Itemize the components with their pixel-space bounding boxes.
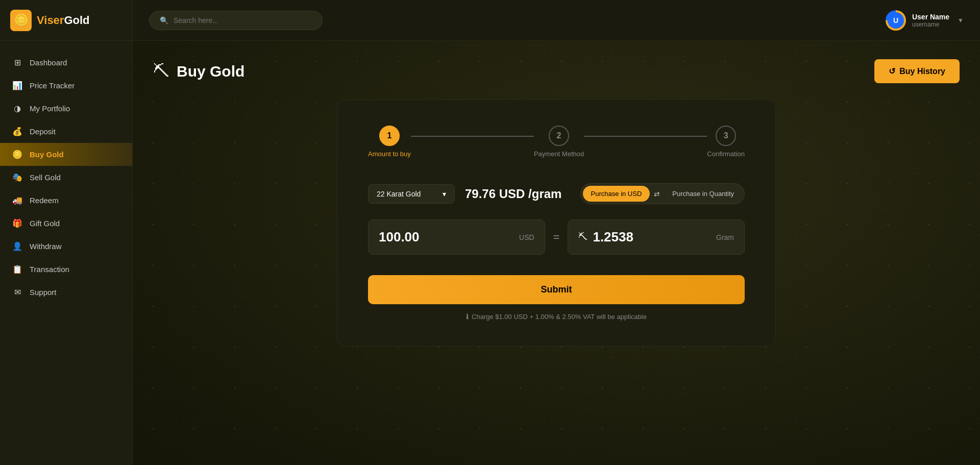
logo-icon: 🪙 bbox=[10, 10, 32, 31]
logo-text: ViserGold bbox=[37, 14, 90, 27]
gold-type-row: 22 Karat Gold 24 Karat Gold 18 Karat Gol… bbox=[368, 183, 745, 204]
sidebar-item-sell-gold[interactable]: 🎭 Sell Gold bbox=[0, 166, 132, 189]
chevron-down-icon: ▾ bbox=[443, 190, 446, 198]
page-header: ⛏ Buy Gold ↺ Buy History bbox=[153, 59, 960, 83]
usd-amount-box[interactable]: USD bbox=[368, 219, 545, 255]
redeem-icon: 🚚 bbox=[12, 195, 22, 205]
sidebar-item-label: Deposit bbox=[30, 127, 56, 136]
deposit-icon: 💰 bbox=[12, 127, 22, 136]
sidebar-item-label: Gift Gold bbox=[30, 219, 60, 228]
step-circle-2: 2 bbox=[549, 126, 569, 146]
step-line-2-3 bbox=[584, 136, 707, 137]
sidebar-item-label: Redeem bbox=[30, 196, 59, 205]
usd-amount-input[interactable] bbox=[379, 229, 514, 245]
sidebar-item-label: Withdraw bbox=[30, 242, 62, 251]
usd-unit-label: USD bbox=[519, 233, 534, 241]
buy-gold-icon: 🪙 bbox=[12, 150, 22, 159]
page-content: ⛏ Buy Gold ↺ Buy History 1 Amount to buy bbox=[133, 41, 980, 465]
sidebar-item-label: Buy Gold bbox=[30, 150, 64, 159]
user-name: User Name bbox=[912, 13, 949, 21]
purchase-in-quantity-button[interactable]: Purchase in Quantity bbox=[664, 186, 742, 202]
sidebar-item-gift-gold[interactable]: 🎁 Gift Gold bbox=[0, 212, 132, 235]
gold-price-per-gram: 79.76 USD /gram bbox=[465, 187, 570, 201]
step-label-1: Amount to buy bbox=[368, 150, 411, 158]
gift-gold-icon: 🎁 bbox=[12, 218, 22, 228]
step-number-1: 1 bbox=[387, 131, 391, 140]
nav-menu: ⊞ Dashboard 📊 Price Tracker ◑ My Portfol… bbox=[0, 41, 132, 465]
buy-gold-page-icon: ⛏ bbox=[153, 62, 169, 81]
page-title-area: ⛏ Buy Gold bbox=[153, 62, 244, 81]
page-title: Buy Gold bbox=[177, 63, 244, 80]
user-menu[interactable]: U User Name username ▼ bbox=[886, 10, 964, 31]
sidebar-item-transaction[interactable]: 📋 Transaction bbox=[0, 258, 132, 281]
buy-gold-card: 1 Amount to buy 2 Payment Method 3 Co bbox=[337, 100, 776, 347]
buy-history-label: Buy History bbox=[899, 67, 945, 76]
gram-amount-input[interactable] bbox=[593, 229, 711, 245]
sell-gold-icon: 🎭 bbox=[12, 173, 22, 182]
header: 🔍 U User Name username ▼ bbox=[133, 0, 980, 41]
search-bar[interactable]: 🔍 bbox=[149, 11, 323, 30]
sidebar-item-label: My Portfolio bbox=[30, 104, 70, 113]
charge-info: ℹ Charge $1.00 USD + 1.00% & 2.50% VAT w… bbox=[368, 312, 745, 321]
user-handle: username bbox=[912, 21, 949, 28]
step-1: 1 Amount to buy bbox=[368, 126, 411, 158]
support-icon: ✉ bbox=[12, 287, 22, 297]
sidebar-item-support[interactable]: ✉ Support bbox=[0, 281, 132, 304]
step-3: 3 Confirmation bbox=[707, 126, 745, 158]
steps-indicator: 1 Amount to buy 2 Payment Method 3 Co bbox=[368, 126, 745, 158]
step-line-1-2 bbox=[411, 136, 534, 137]
avatar-inner: U bbox=[888, 12, 904, 29]
charge-info-text: Charge $1.00 USD + 1.00% & 2.50% VAT wil… bbox=[472, 313, 647, 321]
gold-type-select-wrapper[interactable]: 22 Karat Gold 24 Karat Gold 18 Karat Gol… bbox=[368, 184, 455, 204]
purchase-in-usd-button[interactable]: Purchase in USD bbox=[583, 186, 650, 202]
purchase-toggle: Purchase in USD ⇄ Purchase in Quantity bbox=[580, 183, 745, 204]
portfolio-icon: ◑ bbox=[12, 104, 22, 113]
user-info: User Name username bbox=[912, 13, 949, 28]
withdraw-icon: 👤 bbox=[12, 241, 22, 251]
sidebar-item-label: Price Tracker bbox=[30, 81, 75, 90]
transaction-icon: 📋 bbox=[12, 264, 22, 274]
sidebar-item-label: Dashboard bbox=[30, 58, 67, 67]
price-tracker-icon: 📊 bbox=[12, 81, 22, 90]
step-circle-1: 1 bbox=[379, 126, 400, 146]
step-2: 2 Payment Method bbox=[534, 126, 584, 158]
sidebar-item-dashboard[interactable]: ⊞ Dashboard bbox=[0, 51, 132, 74]
sidebar-item-label: Sell Gold bbox=[30, 173, 61, 182]
chevron-down-icon: ▼ bbox=[958, 17, 964, 24]
sidebar: 🪙 ViserGold ⊞ Dashboard 📊 Price Tracker … bbox=[0, 0, 133, 465]
sidebar-item-my-portfolio[interactable]: ◑ My Portfolio bbox=[0, 97, 132, 120]
main-content: 🔍 U User Name username ▼ ⛏ Buy Gold ↺ Bu… bbox=[133, 0, 980, 465]
gram-unit-label: Gram bbox=[716, 233, 734, 241]
gold-type-select[interactable]: 22 Karat Gold 24 Karat Gold 18 Karat Gol… bbox=[377, 190, 437, 198]
sidebar-item-price-tracker[interactable]: 📊 Price Tracker bbox=[0, 74, 132, 97]
sidebar-item-label: Support bbox=[30, 288, 57, 297]
logo-area: 🪙 ViserGold bbox=[0, 0, 132, 41]
amount-row: USD = ⛏ Gram bbox=[368, 219, 745, 255]
toggle-swap-icon: ⇄ bbox=[652, 190, 662, 198]
history-icon: ↺ bbox=[889, 66, 895, 76]
avatar: U bbox=[886, 10, 906, 31]
search-icon: 🔍 bbox=[160, 16, 168, 25]
sidebar-item-withdraw[interactable]: 👤 Withdraw bbox=[0, 235, 132, 258]
sidebar-item-label: Transaction bbox=[30, 265, 69, 274]
gram-amount-box: ⛏ Gram bbox=[568, 219, 745, 255]
step-label-3: Confirmation bbox=[707, 150, 745, 158]
dashboard-icon: ⊞ bbox=[12, 58, 22, 67]
sidebar-item-deposit[interactable]: 💰 Deposit bbox=[0, 120, 132, 143]
step-label-2: Payment Method bbox=[534, 150, 584, 158]
step-number-2: 2 bbox=[557, 131, 561, 140]
search-input[interactable] bbox=[174, 16, 312, 25]
step-number-3: 3 bbox=[724, 131, 728, 140]
sidebar-item-buy-gold[interactable]: 🪙 Buy Gold bbox=[0, 143, 132, 166]
info-icon: ℹ bbox=[466, 312, 469, 321]
buy-history-button[interactable]: ↺ Buy History bbox=[874, 59, 960, 83]
gram-icon: ⛏ bbox=[578, 232, 587, 242]
submit-button[interactable]: Submit bbox=[368, 275, 745, 304]
equals-sign: = bbox=[553, 231, 560, 244]
sidebar-item-redeem[interactable]: 🚚 Redeem bbox=[0, 189, 132, 212]
step-circle-3: 3 bbox=[716, 126, 736, 146]
